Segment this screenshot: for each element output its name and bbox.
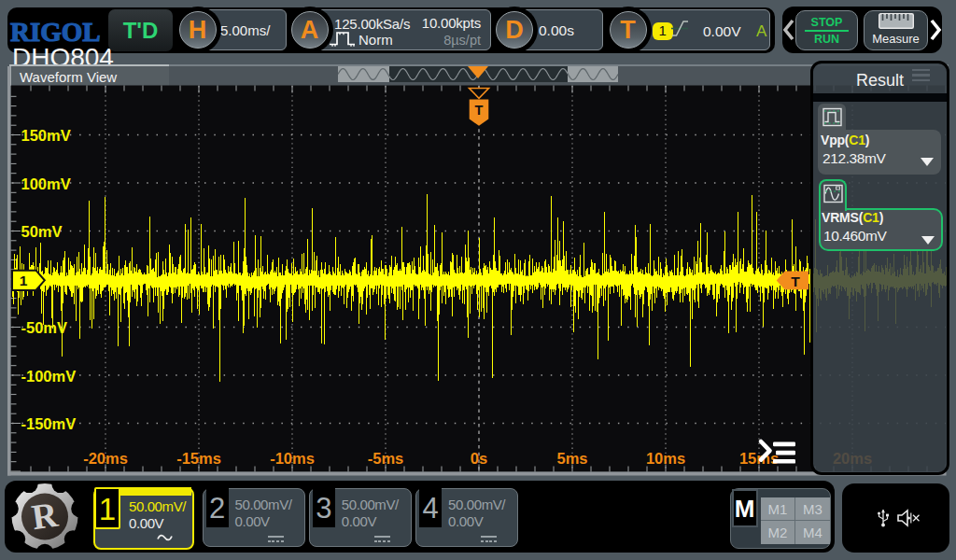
svg-text:5ms: 5ms <box>556 450 587 467</box>
svg-text:150mV: 150mV <box>21 127 71 144</box>
svg-text:T: T <box>475 103 484 118</box>
svg-text:10ms: 10ms <box>646 450 685 467</box>
svg-text:-150mV: -150mV <box>21 415 77 432</box>
svg-text:15ms: 15ms <box>739 450 779 467</box>
svg-text:-20ms: -20ms <box>83 450 128 467</box>
svg-text:1: 1 <box>20 273 28 288</box>
svg-text:T: T <box>791 273 800 289</box>
svg-text:-100mV: -100mV <box>21 368 77 385</box>
svg-text:0s: 0s <box>471 450 487 467</box>
svg-text:-50mV: -50mV <box>21 319 68 336</box>
svg-text:100mV: 100mV <box>21 175 71 192</box>
svg-text:-10ms: -10ms <box>270 450 315 467</box>
svg-text:50mV: 50mV <box>21 223 63 240</box>
svg-text:-15ms: -15ms <box>176 450 221 467</box>
svg-text:-5ms: -5ms <box>368 450 404 467</box>
